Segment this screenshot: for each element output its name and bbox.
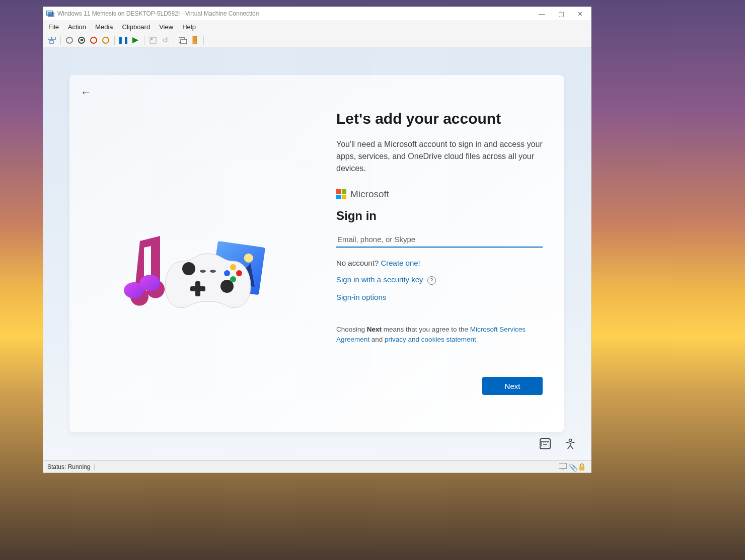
- share-icon[interactable]: [190, 36, 199, 45]
- svg-rect-5: [50, 41, 53, 44]
- oobe-card: ←: [69, 75, 564, 432]
- microsoft-logo-icon: [336, 189, 346, 199]
- svg-rect-2: [48, 12, 54, 17]
- minimize-button[interactable]: —: [537, 10, 547, 18]
- oobe-tray: [540, 438, 576, 452]
- signin-options-link[interactable]: Sign-in options: [336, 293, 386, 301]
- maximize-button[interactable]: ▢: [556, 10, 566, 18]
- accessibility-icon[interactable]: [565, 438, 576, 452]
- security-key-link[interactable]: Sign in with a security key: [336, 275, 423, 284]
- start-icon[interactable]: [131, 36, 140, 45]
- svg-point-35: [569, 439, 572, 442]
- microsoft-logo-row: Microsoft: [336, 189, 543, 200]
- next-button[interactable]: Next: [482, 377, 543, 395]
- revert-icon[interactable]: [77, 36, 86, 45]
- no-account-text: No account?: [336, 259, 381, 267]
- status-lock-icon: [579, 463, 587, 470]
- svg-rect-38: [579, 466, 584, 470]
- enhanced-session-icon[interactable]: [178, 36, 187, 45]
- window-title: Windows 11 Memesis on DESKTOP-5LD582I - …: [57, 10, 259, 17]
- statusbar: Status: Running 📎: [43, 460, 591, 472]
- privacy-statement-link[interactable]: privacy and cookies statement: [385, 336, 476, 343]
- shutdown-icon[interactable]: [89, 36, 98, 45]
- titlebar: Windows 11 Memesis on DESKTOP-5LD582I - …: [43, 7, 591, 20]
- hero-illustration: [120, 226, 291, 327]
- svg-rect-30: [541, 441, 549, 446]
- snapshot-icon[interactable]: [148, 36, 158, 45]
- ctrl-alt-del-icon[interactable]: [47, 36, 56, 45]
- app-icon: [46, 10, 54, 18]
- svg-rect-23: [190, 286, 205, 291]
- email-input[interactable]: [336, 232, 543, 248]
- signin-panel: Let's add your account You'll need a Mic…: [336, 110, 543, 345]
- menu-view[interactable]: View: [159, 23, 173, 31]
- svg-point-16: [140, 275, 160, 291]
- svg-point-25: [224, 270, 230, 276]
- status-text: Status: Running: [47, 463, 95, 470]
- svg-point-26: [236, 270, 242, 276]
- agreement-text: Choosing Next means that you agree to th…: [336, 325, 543, 345]
- checkpoint-icon[interactable]: [65, 36, 74, 45]
- page-subtext: You'll need a Microsoft account to sign …: [336, 138, 543, 175]
- menubar: File Action Media Clipboard View Help: [43, 20, 591, 33]
- svg-point-20: [182, 262, 195, 275]
- menu-action[interactable]: Action: [68, 23, 86, 31]
- svg-point-29: [210, 270, 216, 273]
- menu-media[interactable]: Media: [95, 23, 113, 31]
- svg-rect-8: [151, 38, 153, 40]
- help-icon[interactable]: ?: [427, 276, 436, 285]
- signin-links: No account? Create one! Sign in with a s…: [336, 259, 543, 301]
- svg-point-24: [230, 264, 236, 270]
- svg-point-28: [200, 270, 206, 273]
- revert-arrow-icon[interactable]: ↺: [161, 36, 170, 45]
- create-account-link[interactable]: Create one!: [381, 259, 420, 267]
- svg-rect-7: [150, 37, 156, 43]
- svg-point-27: [230, 276, 236, 282]
- status-clip-icon: 📎: [569, 463, 577, 470]
- page-heading: Let's add your account: [336, 110, 543, 127]
- status-display-icon: [559, 463, 567, 470]
- pause-icon[interactable]: ❚❚: [119, 36, 128, 45]
- vm-connection-window: Windows 11 Memesis on DESKTOP-5LD582I - …: [43, 7, 591, 473]
- menu-clipboard[interactable]: Clipboard: [122, 23, 151, 31]
- back-arrow-icon[interactable]: ←: [81, 86, 92, 99]
- menu-file[interactable]: File: [48, 23, 59, 31]
- svg-rect-36: [559, 463, 567, 468]
- signin-heading: Sign in: [336, 209, 543, 223]
- svg-rect-3: [48, 37, 51, 40]
- svg-rect-10: [181, 39, 187, 44]
- svg-rect-11: [193, 36, 197, 44]
- reset-icon[interactable]: [101, 36, 110, 45]
- close-button[interactable]: ✕: [575, 10, 585, 18]
- keyboard-icon[interactable]: [540, 438, 551, 449]
- guest-viewport[interactable]: ←: [43, 47, 591, 460]
- svg-rect-4: [52, 37, 55, 40]
- toolbar: ❚❚ ↺: [43, 33, 591, 47]
- svg-marker-6: [132, 37, 138, 43]
- microsoft-label: Microsoft: [350, 189, 389, 200]
- menu-help[interactable]: Help: [182, 23, 196, 31]
